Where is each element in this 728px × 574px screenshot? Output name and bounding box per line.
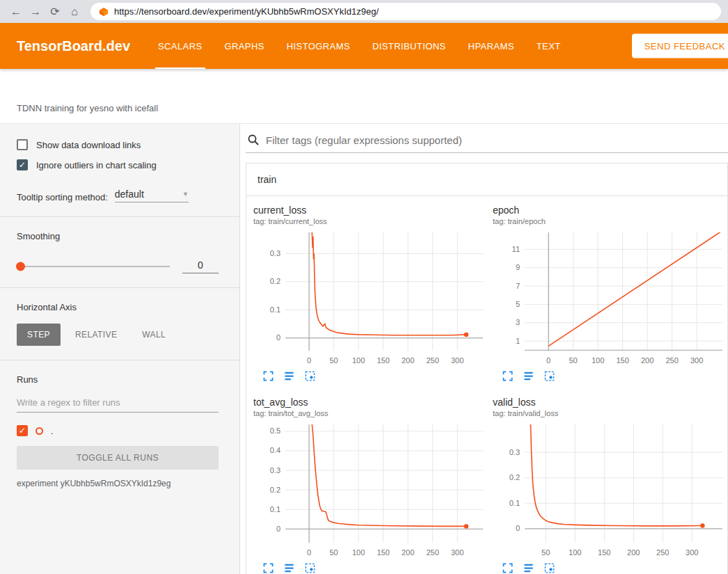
experiment-subheader: TDNN training for yesno with icefall	[0, 69, 728, 124]
run-name: .	[51, 426, 54, 436]
toggle-all-runs-button[interactable]: TOGGLE ALL RUNS	[17, 446, 219, 470]
tab-distributions[interactable]: DISTRIBUTIONS	[361, 23, 457, 69]
svg-text:300: 300	[686, 548, 698, 557]
svg-text:0.1: 0.1	[509, 499, 520, 507]
search-icon	[247, 134, 260, 146]
ignore-outliers-label: Ignore outliers in chart scaling	[36, 160, 157, 170]
address-bar[interactable]: https://tensorboard.dev/experiment/yKUbh…	[90, 3, 721, 20]
runs-selector-icon[interactable]	[284, 563, 294, 573]
run-row[interactable]: .	[17, 425, 219, 436]
sidebar-divider	[0, 287, 239, 288]
chart-card-tot-avg-loss: tot_avg_loss tag: train/tot_avg_loss 050…	[253, 397, 487, 573]
show-download-links-label: Show data download links	[36, 140, 141, 150]
show-download-links-checkbox[interactable]	[17, 139, 28, 150]
svg-text:3: 3	[516, 318, 520, 326]
tab-hparams[interactable]: HPARAMS	[457, 23, 525, 69]
axis-step-button[interactable]: STEP	[17, 324, 61, 346]
runs-selector-icon[interactable]	[523, 371, 534, 381]
svg-text:50: 50	[329, 356, 338, 365]
fullscreen-icon[interactable]	[503, 563, 513, 573]
tooltip-sorting-label: Tooltip sorting method:	[17, 192, 108, 202]
svg-text:100: 100	[352, 548, 365, 557]
svg-text:100: 100	[352, 356, 365, 365]
svg-text:0.2: 0.2	[509, 473, 520, 481]
svg-text:0: 0	[546, 356, 551, 365]
svg-text:250: 250	[426, 356, 438, 365]
svg-text:50: 50	[569, 356, 577, 365]
chart-card-epoch: epoch tag: train/epoch 05010015020025030…	[493, 205, 727, 381]
svg-text:0: 0	[307, 356, 311, 365]
chart-card-valid-loss: valid_loss tag: train/valid_loss 5010015…	[493, 397, 727, 573]
sidebar: Show data download links Ignore outliers…	[0, 124, 240, 574]
horizontal-axis-toggle: STEP RELATIVE WALL	[17, 324, 219, 346]
fit-domain-icon[interactable]	[305, 563, 315, 573]
train-section-card: train current_loss tag: train/current_lo…	[246, 163, 728, 574]
smoothing-slider-knob[interactable]	[16, 262, 25, 271]
nav-tabs: SCALARS GRAPHS HISTOGRAMS DISTRIBUTIONS …	[147, 23, 572, 69]
sidebar-divider	[0, 216, 239, 217]
svg-text:0.3: 0.3	[270, 466, 280, 475]
svg-text:0.3: 0.3	[270, 249, 280, 257]
tab-scalars[interactable]: SCALARS	[147, 23, 214, 69]
chart-toolbar	[493, 371, 727, 381]
fullscreen-icon[interactable]	[263, 563, 274, 573]
tooltip-sorting-dropdown[interactable]: default ▼	[115, 189, 189, 202]
svg-text:200: 200	[627, 548, 640, 557]
axis-relative-button[interactable]: RELATIVE	[65, 324, 127, 346]
line-chart[interactable]: 5010015020025030000.10.20.3	[493, 422, 727, 559]
tab-histograms[interactable]: HISTOGRAMS	[276, 23, 361, 69]
home-icon[interactable]: ⌂	[65, 3, 84, 21]
smoothing-label: Smoothing	[17, 231, 219, 241]
filter-tags-input[interactable]	[266, 134, 727, 146]
fullscreen-icon[interactable]	[503, 371, 513, 381]
axis-wall-button[interactable]: WALL	[132, 324, 176, 346]
svg-text:0.1: 0.1	[270, 505, 280, 513]
svg-text:7: 7	[516, 282, 520, 290]
line-chart[interactable]: 05010015020025030000.10.20.3	[253, 230, 487, 367]
tab-text[interactable]: TEXT	[525, 23, 572, 69]
charts-grid: current_loss tag: train/current_loss 050…	[246, 196, 727, 574]
svg-text:1: 1	[516, 337, 520, 345]
svg-text:50: 50	[329, 548, 338, 557]
fullscreen-icon[interactable]	[263, 371, 274, 381]
tooltip-sorting-value: default	[115, 189, 144, 200]
train-section-header[interactable]: train	[246, 164, 727, 196]
svg-text:300: 300	[451, 548, 464, 557]
fit-domain-icon[interactable]	[305, 371, 315, 381]
show-download-links-row[interactable]: Show data download links	[17, 139, 219, 150]
chart-title: valid_loss	[493, 397, 727, 408]
experiment-title: TDNN training for yesno with icefall	[17, 103, 158, 113]
smoothing-value[interactable]: 0	[182, 260, 219, 273]
line-chart[interactable]: 05010015020025030000.10.20.30.40.5	[253, 422, 487, 559]
run-checkbox[interactable]	[17, 425, 28, 436]
svg-text:0: 0	[516, 524, 520, 532]
svg-text:200: 200	[402, 548, 414, 557]
refresh-icon[interactable]: ⟳	[46, 3, 64, 21]
runs-selector-icon[interactable]	[523, 563, 534, 573]
svg-text:0.1: 0.1	[270, 305, 280, 314]
svg-text:300: 300	[690, 356, 703, 365]
ignore-outliers-row[interactable]: Ignore outliers in chart scaling	[17, 159, 219, 170]
send-feedback-button[interactable]: SEND FEEDBACK	[632, 34, 728, 58]
svg-text:250: 250	[665, 356, 678, 365]
svg-text:150: 150	[598, 548, 610, 557]
fit-domain-icon[interactable]	[544, 371, 555, 381]
svg-text:0.5: 0.5	[270, 426, 280, 435]
tab-graphs[interactable]: GRAPHS	[214, 23, 276, 69]
ignore-outliers-checkbox[interactable]	[17, 159, 28, 170]
line-chart[interactable]: 0501001502002503001357911	[493, 230, 727, 367]
svg-text:150: 150	[377, 356, 389, 365]
sidebar-divider	[0, 360, 239, 360]
svg-text:0.2: 0.2	[270, 277, 280, 285]
svg-text:200: 200	[641, 356, 654, 365]
smoothing-slider[interactable]	[17, 266, 170, 267]
experiment-caption: experiment yKUbhb5wRmOSXYkId1z9eg	[17, 479, 219, 488]
svg-text:0: 0	[276, 525, 280, 533]
forward-icon[interactable]: →	[26, 3, 45, 21]
back-icon[interactable]: ←	[7, 3, 25, 21]
fit-domain-icon[interactable]	[544, 563, 555, 573]
runs-filter-input[interactable]	[17, 392, 219, 413]
app-header: TensorBoard.dev SCALARS GRAPHS HISTOGRAM…	[0, 23, 728, 69]
runs-selector-icon[interactable]	[284, 371, 294, 381]
svg-text:9: 9	[516, 263, 520, 271]
